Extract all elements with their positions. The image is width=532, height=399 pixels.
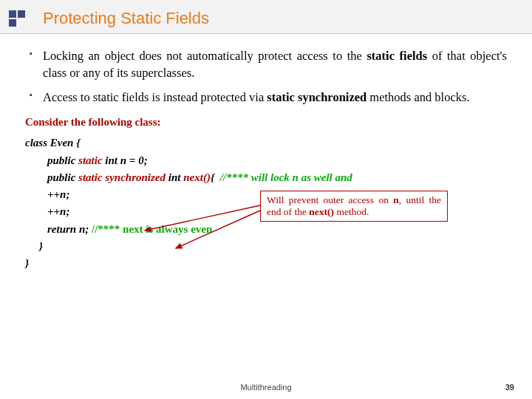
code-line: ++n; (25, 188, 69, 200)
keyword-static-sync: static synchronized (78, 171, 166, 183)
method-name: next() (183, 171, 211, 183)
callout-bold: next() (309, 206, 334, 217)
code-line: ++n; (25, 205, 69, 217)
text: methods and blocks. (366, 90, 469, 104)
page-number: 39 (505, 383, 514, 392)
slide-title: Protecting Static Fields (43, 9, 209, 28)
keyword-static: static (78, 154, 103, 166)
text-bold: static synchronized (267, 90, 366, 104)
text: Access to static fields is instead prote… (43, 90, 267, 104)
callout-box: Will prevent outer access on n, until th… (260, 191, 448, 222)
bullet-item: Locking an object does not automatically… (25, 47, 507, 81)
code-text: public (25, 154, 78, 166)
callout-text: method. (334, 206, 369, 217)
code-text: return n; (25, 223, 92, 235)
text-bold: static fields (366, 49, 427, 63)
code-line: } (25, 257, 29, 269)
text: Locking an object does not automatically… (43, 49, 366, 63)
code-line: } (25, 240, 43, 252)
slide-content: Locking an object does not automatically… (0, 34, 532, 272)
code-text: int (166, 171, 183, 183)
bullet-list: Locking an object does not automatically… (25, 47, 507, 106)
code-line: class Even { (25, 137, 80, 149)
code-comment: //**** next is always even (92, 223, 212, 235)
callout-bold: n (393, 194, 399, 205)
code-text: int n = 0; (103, 154, 148, 166)
logo-squares-icon (9, 10, 25, 27)
slide-header: Protecting Static Fields (0, 0, 532, 34)
code-text: { (211, 171, 220, 183)
bullet-item: Access to static fields is instead prote… (25, 89, 507, 106)
subheading: Consider the following class: (25, 116, 507, 129)
code-comment: //**** will lock n as well and (220, 171, 352, 183)
code-text: public (25, 171, 78, 183)
callout-text: Will prevent outer access on (267, 194, 393, 205)
footer-label: Multithreading (0, 383, 532, 392)
